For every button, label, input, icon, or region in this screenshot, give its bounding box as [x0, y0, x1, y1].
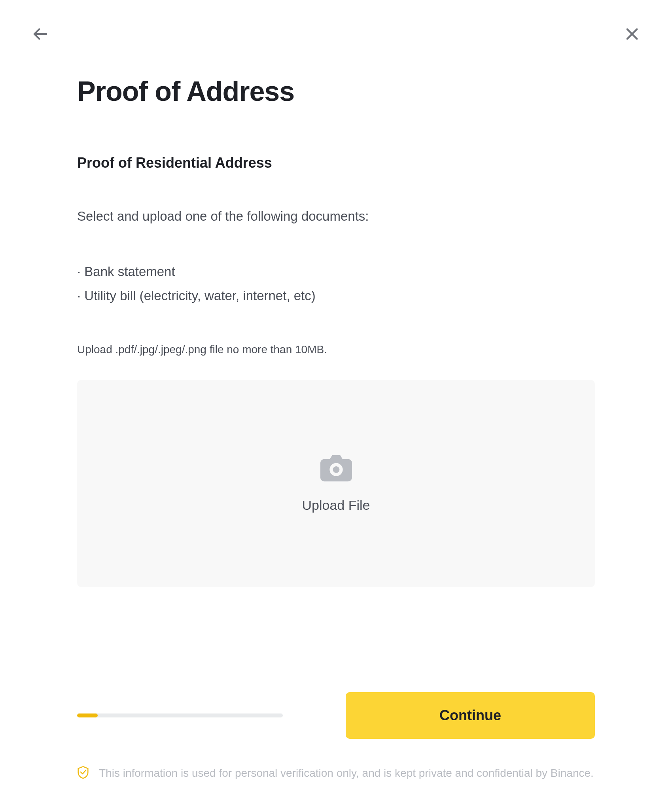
document-list: · Bank statement · Utility bill (electri…: [77, 259, 595, 308]
continue-button[interactable]: Continue: [346, 692, 595, 739]
privacy-text: This information is used for personal ve…: [99, 765, 594, 782]
modal-header-row: [32, 26, 640, 44]
progress-fill: [77, 713, 98, 717]
back-button[interactable]: [32, 26, 48, 44]
instruction-text: Select and upload one of the following d…: [77, 209, 595, 224]
close-icon: [624, 26, 640, 44]
list-item: · Bank statement: [77, 259, 595, 284]
page-title: Proof of Address: [77, 76, 595, 107]
upload-file-area[interactable]: Upload File: [77, 380, 595, 587]
upload-note: Upload .pdf/.jpg/.jpeg/.png file no more…: [77, 343, 595, 356]
proof-of-address-modal: Proof of Address Proof of Residential Ad…: [0, 0, 672, 810]
camera-icon: [320, 454, 352, 484]
close-button[interactable]: [624, 26, 640, 44]
progress-bar: [77, 713, 283, 717]
privacy-row: This information is used for personal ve…: [77, 765, 595, 782]
shield-check-icon: [77, 766, 89, 780]
section-subtitle: Proof of Residential Address: [77, 155, 595, 171]
upload-label: Upload File: [302, 498, 370, 513]
arrow-left-icon: [32, 26, 48, 44]
modal-content: Proof of Address Proof of Residential Ad…: [32, 76, 640, 692]
action-row: Continue: [77, 692, 595, 739]
list-item: · Utility bill (electricity, water, inte…: [77, 284, 595, 308]
modal-footer: Continue This information is used for pe…: [32, 692, 640, 782]
